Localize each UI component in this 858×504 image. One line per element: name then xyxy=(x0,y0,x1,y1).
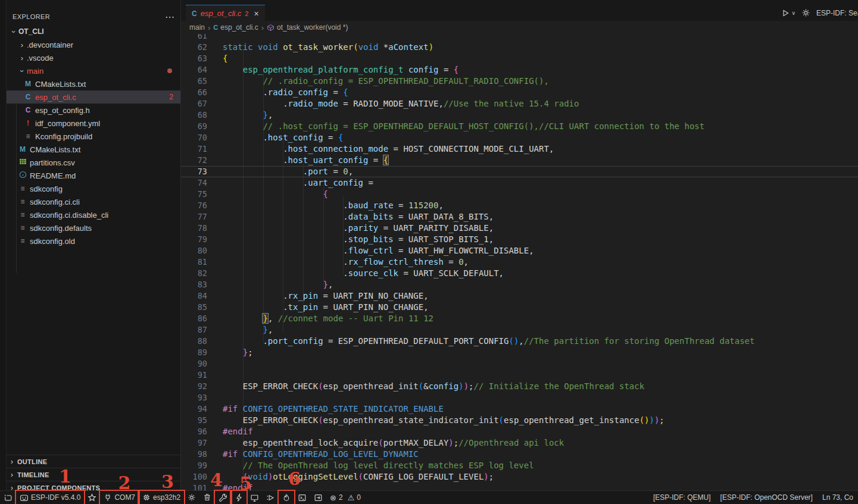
status-qemu[interactable]: [ESP-IDF: QEMU] xyxy=(648,493,716,502)
line-content: .rx_pin = UART_PIN_NO_CHANGE, xyxy=(223,290,429,302)
status-com-port[interactable]: COM7 xyxy=(100,491,139,504)
c-file-icon: C xyxy=(192,10,197,18)
status-debug[interactable] xyxy=(263,491,279,504)
status-monitor[interactable] xyxy=(247,491,263,504)
code-line-64[interactable]: 64 esp_openthread_platform_config_t conf… xyxy=(181,64,858,76)
sidebar-section-project-components[interactable]: ›PROJECT COMPONENTS xyxy=(7,481,180,491)
code-line-89[interactable]: 89 }; xyxy=(181,347,858,358)
tree-item-cmakelists-txt[interactable]: MCMakeLists.txt xyxy=(7,77,180,90)
close-icon[interactable]: × xyxy=(254,9,258,18)
chevron-expanded-icon[interactable]: › xyxy=(10,27,18,36)
status-build[interactable] xyxy=(215,491,231,504)
code-line-92[interactable]: 92 ESP_ERROR_CHECK(esp_openthread_init(&… xyxy=(181,381,858,392)
status-device-target[interactable]: esp32h2 xyxy=(139,491,184,504)
line-content: ESP_ERROR_CHECK(esp_openthread_init(&con… xyxy=(223,381,644,392)
tree-item-esp-ot-cli-c[interactable]: Cesp_ot_cli.c2 xyxy=(7,90,180,104)
espidf-action-label[interactable]: ESP-IDF: Sea xyxy=(816,9,858,17)
line-number: 89 xyxy=(181,347,207,358)
code-editor[interactable]: 6162static void ot_task_worker(void *aCo… xyxy=(181,34,858,491)
run-or-debug-icon[interactable]: ∨ xyxy=(781,8,795,18)
code-line-95[interactable]: 95 ESP_ERROR_CHECK(esp_openthread_state_… xyxy=(181,415,858,426)
status-settings[interactable] xyxy=(184,491,199,504)
line-number: 97 xyxy=(181,437,207,449)
line-content: .host_connection_mode = HOST_CONNECTION_… xyxy=(223,143,554,155)
line-number: 85 xyxy=(181,302,207,313)
star-icon xyxy=(88,493,96,502)
status-openocd[interactable]: [ESP-IDF: OpenOCD Server] xyxy=(716,493,818,502)
code-line-96[interactable]: 96#endif xyxy=(181,426,858,437)
tree-item-ot-cli[interactable]: ›OT_CLI xyxy=(7,25,180,38)
status-clean[interactable] xyxy=(199,491,215,504)
code-line-63[interactable]: 63{ xyxy=(181,53,858,64)
code-line-61[interactable]: 61 xyxy=(181,34,858,42)
status-star[interactable] xyxy=(84,491,100,504)
tree-item-sdkconfig-ci-disable-cli[interactable]: ≡sdkconfig.ci.disable_cli xyxy=(7,208,180,221)
code-line-62[interactable]: 62static void ot_task_worker(void *aCont… xyxy=(181,42,858,53)
breadcrumb-file[interactable]: C esp_ot_cli.c xyxy=(213,23,258,32)
status-cursor-position[interactable]: Ln 73, Co xyxy=(818,493,858,502)
tree-item-partitions-csv[interactable]: partitions.csv xyxy=(7,156,180,169)
tree-item--devcontainer[interactable]: ›.devcontainer xyxy=(7,38,180,51)
tree-item-main[interactable]: ›main xyxy=(7,64,180,77)
csv-table-icon xyxy=(17,158,28,167)
section-label: OUTLINE xyxy=(17,458,47,465)
tree-item-label: Kconfig.projbuild xyxy=(35,132,92,141)
tree-item-sdkconfig-defaults[interactable]: ≡sdkconfig.defaults xyxy=(7,221,180,234)
code-line-97[interactable]: 97 esp_openthread_lock_acquire(portMAX_D… xyxy=(181,437,858,449)
line-content: .port_config = ESP_OPENTHREAD_DEFAULT_PO… xyxy=(223,336,754,347)
status-build-flash-monitor[interactable] xyxy=(279,491,294,504)
chevron-collapsed-icon[interactable]: › xyxy=(17,54,27,62)
code-line-65[interactable]: 65 // .radio_config = ESP_OPENTHREAD_DEF… xyxy=(181,76,858,87)
chevron-collapsed-icon[interactable]: › xyxy=(17,40,27,49)
problems-badge: 2 xyxy=(169,93,173,101)
line-number: 61 xyxy=(181,34,207,42)
status-problems[interactable]: ⊗2⚠0 xyxy=(326,491,364,504)
code-line-66[interactable]: 66 .radio_config = { xyxy=(181,87,858,98)
line-content: .baud_rate = 115200, xyxy=(223,200,444,211)
code-line-94[interactable]: 94#if CONFIG_OPENTHREAD_STATE_INDICATOR_… xyxy=(181,403,858,415)
sidebar-title: EXPLORER xyxy=(13,13,50,20)
code-line-93[interactable]: 93 xyxy=(181,392,858,403)
code-line-100[interactable]: 100 (void)otLoggingSetLevel(CONFIG_LOG_D… xyxy=(181,471,858,483)
status-espidf[interactable]: ESP-IDF v5.4.0 xyxy=(16,491,84,504)
status-idf-terminal[interactable] xyxy=(310,491,326,504)
tree-item-esp-ot-config-h[interactable]: Cesp_ot_config.h xyxy=(7,104,180,117)
tab-esp-ot-cli[interactable]: C esp_ot_cli.c 2 × xyxy=(186,5,265,21)
tree-item-sdkconfig-ci-cli[interactable]: ≡sdkconfig.ci.cli xyxy=(7,195,180,208)
code-line-99[interactable]: 99 // The OpenThread log level directly … xyxy=(181,460,858,471)
code-line-67[interactable]: 67 .radio_mode = RADIO_MODE_NATIVE,//Use… xyxy=(181,98,858,109)
line-content: .flow_ctrl = UART_HW_FLOWCTRL_DISABLE, xyxy=(223,245,534,256)
indent-guide xyxy=(323,185,324,287)
code-line-90[interactable]: 90 xyxy=(181,358,858,370)
code-line-68[interactable]: 68 }, xyxy=(181,109,858,121)
code-line-88[interactable]: 88 .port_config = ESP_OPENTHREAD_DEFAULT… xyxy=(181,336,858,347)
code-line-98[interactable]: 98#if CONFIG_OPENTHREAD_LOG_LEVEL_DYNAMI… xyxy=(181,449,858,460)
status-remote[interactable] xyxy=(0,491,16,504)
tree-item-sdkconfig[interactable]: ≡sdkconfig xyxy=(7,182,180,195)
line-number: 92 xyxy=(181,381,207,392)
chevron-collapsed-icon: › xyxy=(7,457,17,466)
chevron-down-icon[interactable]: ∨ xyxy=(791,10,795,16)
wrench-icon xyxy=(219,493,227,502)
code-line-91[interactable]: 91 xyxy=(181,370,858,381)
sidebar-section-timeline[interactable]: ›TIMELINE xyxy=(7,468,180,481)
tree-item-cmakelists-txt[interactable]: MCMakeLists.txt xyxy=(7,143,180,156)
status-terminal[interactable] xyxy=(294,491,310,504)
settings-gear-icon[interactable] xyxy=(801,8,810,17)
more-actions-icon[interactable]: ⋯ xyxy=(165,11,174,23)
tree-item--vscode[interactable]: ›.vscode xyxy=(7,51,180,64)
code-line-101[interactable]: 101#endif xyxy=(181,483,858,491)
status-flash[interactable] xyxy=(231,491,247,504)
chevron-expanded-icon[interactable]: › xyxy=(18,66,27,76)
tree-item-readme-md[interactable]: README.md xyxy=(7,169,180,182)
line-content: .radio_config = { xyxy=(223,87,348,98)
code-line-69[interactable]: 69 // .host_config = ESP_OPENTHREAD_DEFA… xyxy=(181,121,858,132)
tree-item-kconfig-projbuild[interactable]: ≡Kconfig.projbuild xyxy=(7,130,180,143)
breadcrumb-folder[interactable]: main xyxy=(189,23,205,32)
config-list-icon: ≡ xyxy=(17,237,28,245)
sidebar-section-outline[interactable]: ›OUTLINE xyxy=(7,455,180,468)
sidebar-header: EXPLORER ⋯ xyxy=(7,0,180,25)
breadcrumb-symbol[interactable]: ot_task_worker(void *) xyxy=(267,23,348,32)
tree-item-idf-component-yml[interactable]: !idf_component.yml xyxy=(7,117,180,130)
tree-item-sdkconfig-old[interactable]: ≡sdkconfig.old xyxy=(7,234,180,248)
